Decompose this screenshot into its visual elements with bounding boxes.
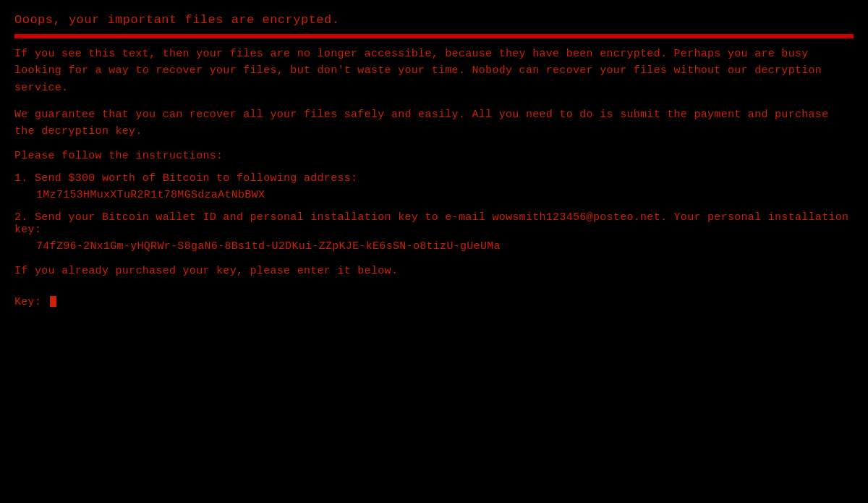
red-divider [14, 34, 854, 38]
key-label: Key: [14, 296, 48, 308]
ransomware-screen: Ooops, your important files are encrypte… [0, 0, 868, 503]
step1: 1. Send $300 worth of Bitcoin to followi… [14, 172, 854, 201]
title: Ooops, your important files are encrypte… [14, 13, 854, 27]
step2: 2. Send your Bitcoin wallet ID and perso… [14, 211, 854, 253]
paragraph1: If you see this text, then your files ar… [14, 46, 854, 96]
step1-label: 1. Send $300 worth of Bitcoin to followi… [14, 172, 854, 185]
step1-value: 1Mz7153HMuxXTuR2R1t78MGSdzaAtNbBWX [36, 189, 854, 201]
instructions-header: Please follow the instructions: [14, 150, 854, 162]
cursor-blink [50, 296, 56, 307]
step2-value: 74fZ96-2Nx1Gm-yHQRWr-S8gaN6-8Bs1td-U2DKu… [36, 240, 854, 253]
step2-label: 2. Send your Bitcoin wallet ID and perso… [14, 211, 854, 236]
key-input-line[interactable]: Key: [14, 296, 854, 308]
paragraph2: We guarantee that you can recover all yo… [14, 106, 854, 140]
already-purchased-text: If you already purchased your key, pleas… [14, 263, 854, 279]
